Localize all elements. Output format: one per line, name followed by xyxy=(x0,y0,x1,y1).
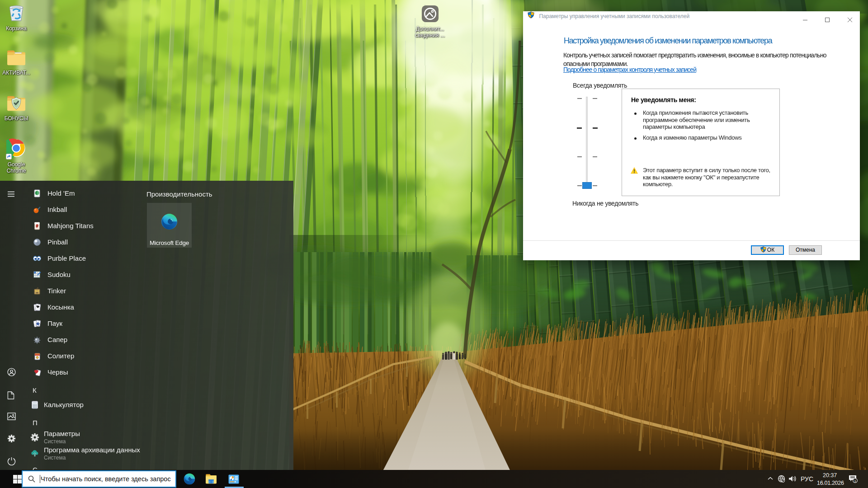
svg-text:1: 1 xyxy=(854,479,856,483)
